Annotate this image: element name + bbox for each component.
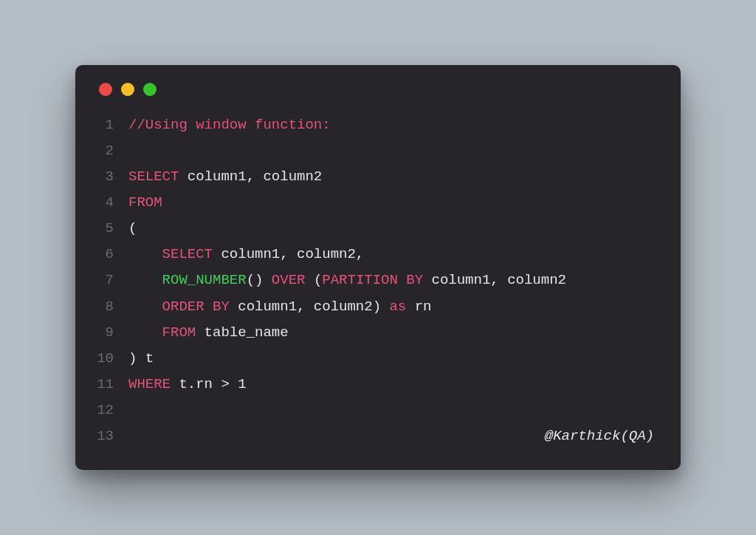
code-token: SELECT <box>162 246 213 262</box>
code-token <box>128 299 162 315</box>
code-line: 5( <box>96 216 660 242</box>
code-line: 1//Using window function: <box>96 112 660 138</box>
line-number: 9 <box>96 320 128 346</box>
code-token: PARTITION BY <box>322 272 423 288</box>
line-number: 12 <box>96 398 128 423</box>
line-number: 10 <box>96 346 128 372</box>
line-content <box>128 398 660 423</box>
code-line: 6 SELECT column1, column2, <box>96 242 660 268</box>
code-token: column1, column2) <box>230 299 390 315</box>
code-line: 3SELECT column1, column2 <box>96 164 660 190</box>
code-line: 2 <box>96 138 660 164</box>
code-token: ( <box>128 220 137 236</box>
line-content: WHERE t.rn > 1 <box>128 372 660 398</box>
code-token: () <box>247 272 264 288</box>
window-controls <box>96 83 660 96</box>
line-number: 13 <box>96 423 128 449</box>
line-content <box>128 138 660 164</box>
code-token: column1, column2 <box>423 272 566 288</box>
line-number: 11 <box>96 372 128 398</box>
line-content: //Using window function: <box>128 112 660 138</box>
line-number: 1 <box>96 112 128 138</box>
line-number: 3 <box>96 164 128 190</box>
code-token: ( <box>314 272 322 288</box>
line-number: 6 <box>96 242 128 268</box>
line-number: 4 <box>96 190 128 216</box>
code-token: t.rn > <box>171 376 238 392</box>
line-number: 2 <box>96 138 128 164</box>
code-token: ) t <box>128 350 154 367</box>
code-token: as <box>389 299 406 315</box>
code-token: //Using window function: <box>128 117 331 133</box>
code-token: column1, column2, <box>213 246 364 262</box>
line-content: SELECT column1, column2 <box>128 164 660 190</box>
close-icon[interactable] <box>99 83 112 96</box>
code-token: FROM <box>162 324 196 341</box>
code-token: rn <box>406 299 431 315</box>
line-content: FROM <box>128 190 660 216</box>
code-token: WHERE <box>128 376 171 392</box>
code-token: table_name <box>196 324 288 341</box>
line-number: 8 <box>96 294 128 320</box>
line-content: ( <box>128 216 660 242</box>
zoom-icon[interactable] <box>143 83 157 96</box>
code-token: FROM <box>128 194 162 211</box>
code-line: 7 ROW_NUMBER() OVER (PARTITION BY column… <box>96 268 660 293</box>
code-token: 1 <box>238 376 246 392</box>
line-content: ROW_NUMBER() OVER (PARTITION BY column1,… <box>128 268 660 293</box>
line-number: 7 <box>96 268 128 293</box>
code-line: 9 FROM table_name <box>96 320 660 346</box>
code-token: ORDER BY <box>162 299 230 315</box>
line-content: FROM table_name <box>128 320 660 346</box>
code-token: OVER <box>263 272 313 288</box>
code-line: 8 ORDER BY column1, column2) as rn <box>96 294 660 320</box>
code-line: 4FROM <box>96 190 660 216</box>
code-block: 1//Using window function:23SELECT column… <box>96 112 660 450</box>
code-token <box>128 246 162 262</box>
code-line: 13@Karthick(QA) <box>96 423 660 449</box>
code-token: SELECT <box>128 168 179 185</box>
line-content: SELECT column1, column2, <box>128 242 660 268</box>
code-line: 10) t <box>96 346 660 372</box>
code-token <box>128 272 162 288</box>
author-credit: @Karthick(QA) <box>128 423 660 449</box>
line-number: 5 <box>96 216 128 242</box>
line-content: ) t <box>128 346 660 372</box>
minimize-icon[interactable] <box>121 83 134 96</box>
code-token <box>128 324 162 341</box>
code-line: 11WHERE t.rn > 1 <box>96 372 660 398</box>
code-token: column1, column2 <box>179 168 322 185</box>
line-content: ORDER BY column1, column2) as rn <box>128 294 660 320</box>
line-content: @Karthick(QA) <box>128 423 660 449</box>
code-window: 1//Using window function:23SELECT column… <box>75 65 681 471</box>
code-token: ROW_NUMBER <box>162 272 247 288</box>
code-line: 12 <box>96 398 660 423</box>
